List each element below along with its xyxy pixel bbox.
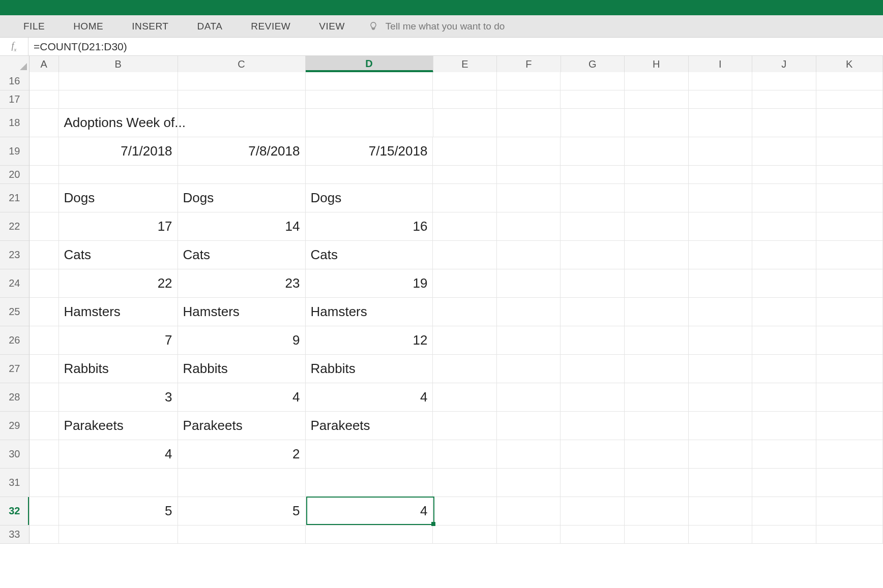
cell-C19[interactable]: 7/8/2018	[178, 137, 306, 166]
cell-B25[interactable]: Hamsters	[59, 298, 178, 326]
row-header-17[interactable]: 17	[0, 90, 30, 109]
cell-D31[interactable]	[306, 469, 433, 497]
cell-K33[interactable]	[816, 525, 883, 544]
col-header-H[interactable]: H	[625, 56, 689, 72]
cell-B29[interactable]: Parakeets	[59, 412, 178, 440]
cell-C24[interactable]: 23	[178, 269, 306, 298]
cell-F21[interactable]	[497, 184, 561, 212]
cell-I22[interactable]	[689, 212, 753, 241]
cell-K22[interactable]	[816, 212, 883, 241]
cell-F29[interactable]	[497, 412, 561, 440]
cell-B18[interactable]: Adoptions Week of...	[58, 109, 178, 137]
cell-G23[interactable]	[561, 241, 625, 269]
cell-D24[interactable]: 19	[306, 269, 433, 298]
cell-D28[interactable]: 4	[306, 383, 433, 412]
cell-B19[interactable]: 7/1/2018	[59, 137, 178, 166]
cell-H33[interactable]	[625, 525, 689, 544]
cell-K23[interactable]	[816, 241, 883, 269]
cell-D20[interactable]	[306, 166, 433, 184]
cell-E18[interactable]	[433, 109, 497, 137]
cell-C16[interactable]	[178, 72, 306, 90]
row-header-29[interactable]: 29	[0, 412, 30, 440]
cell-G24[interactable]	[561, 269, 625, 298]
cell-A16[interactable]	[30, 72, 59, 90]
cell-G30[interactable]	[561, 440, 625, 469]
cell-A28[interactable]	[30, 383, 59, 412]
cell-I29[interactable]	[689, 412, 753, 440]
cell-A31[interactable]	[30, 469, 59, 497]
cell-J26[interactable]	[752, 326, 816, 355]
cell-K29[interactable]	[816, 412, 883, 440]
cell-I31[interactable]	[689, 469, 753, 497]
cell-J27[interactable]	[752, 355, 816, 383]
cell-C27[interactable]: Rabbits	[178, 355, 306, 383]
row-header-22[interactable]: 22	[0, 212, 30, 241]
cell-B24[interactable]: 22	[59, 269, 178, 298]
cell-B17[interactable]	[59, 90, 178, 109]
cell-I23[interactable]	[689, 241, 753, 269]
col-header-I[interactable]: I	[689, 56, 753, 72]
cell-J21[interactable]	[752, 184, 816, 212]
row-header-21[interactable]: 21	[0, 184, 30, 212]
cell-G31[interactable]	[561, 469, 625, 497]
cell-I20[interactable]	[689, 166, 753, 184]
row-header-31[interactable]: 31	[0, 469, 30, 497]
cell-F31[interactable]	[497, 469, 561, 497]
cell-B16[interactable]	[59, 72, 178, 90]
cell-K16[interactable]	[816, 72, 883, 90]
cell-C21[interactable]: Dogs	[178, 184, 306, 212]
tab-insert[interactable]: INSERT	[117, 15, 183, 38]
cell-K17[interactable]	[816, 90, 883, 109]
cell-J33[interactable]	[752, 525, 816, 544]
cell-K27[interactable]	[816, 355, 883, 383]
row-header-20[interactable]: 20	[0, 166, 30, 184]
cell-G22[interactable]	[561, 212, 625, 241]
cell-K18[interactable]	[816, 109, 883, 137]
cell-B26[interactable]: 7	[59, 326, 178, 355]
cell-E30[interactable]	[433, 440, 497, 469]
cell-A25[interactable]	[30, 298, 59, 326]
row-header-26[interactable]: 26	[0, 326, 30, 355]
formula-input[interactable]	[28, 39, 883, 55]
cell-J30[interactable]	[752, 440, 816, 469]
cell-K21[interactable]	[816, 184, 883, 212]
cell-F24[interactable]	[497, 269, 561, 298]
cell-H21[interactable]	[625, 184, 689, 212]
cell-I24[interactable]	[689, 269, 753, 298]
cell-K28[interactable]	[816, 383, 883, 412]
cell-H17[interactable]	[625, 90, 689, 109]
tab-file[interactable]: FILE	[9, 15, 59, 38]
row-header-16[interactable]: 16	[0, 72, 30, 90]
cell-C29[interactable]: Parakeets	[178, 412, 306, 440]
col-header-J[interactable]: J	[752, 56, 816, 72]
cell-H26[interactable]	[625, 326, 689, 355]
cell-C32[interactable]: 5	[178, 497, 306, 525]
cell-K20[interactable]	[816, 166, 883, 184]
col-header-K[interactable]: K	[816, 56, 883, 72]
cell-H20[interactable]	[625, 166, 689, 184]
cell-B22[interactable]: 17	[59, 212, 178, 241]
col-header-F[interactable]: F	[497, 56, 561, 72]
cell-G18[interactable]	[561, 109, 625, 137]
cell-F28[interactable]	[497, 383, 561, 412]
cell-E24[interactable]	[433, 269, 497, 298]
cell-C33[interactable]	[178, 525, 306, 544]
cell-F33[interactable]	[497, 525, 561, 544]
cell-J23[interactable]	[752, 241, 816, 269]
row-header-27[interactable]: 27	[0, 355, 30, 383]
cell-K24[interactable]	[816, 269, 883, 298]
cell-B32[interactable]: 5	[59, 497, 178, 525]
cell-F20[interactable]	[497, 166, 561, 184]
select-all-corner[interactable]	[0, 56, 30, 72]
cell-C20[interactable]	[178, 166, 306, 184]
cell-D22[interactable]: 16	[306, 212, 433, 241]
fx-button[interactable]: fx	[0, 38, 28, 56]
cell-H32[interactable]	[625, 497, 689, 525]
col-header-E[interactable]: E	[433, 56, 497, 72]
cell-I30[interactable]	[689, 440, 753, 469]
cell-J19[interactable]	[752, 137, 816, 166]
col-header-D[interactable]: D	[306, 56, 433, 72]
cell-H29[interactable]	[625, 412, 689, 440]
cell-D25[interactable]: Hamsters	[306, 298, 433, 326]
cell-H30[interactable]	[625, 440, 689, 469]
